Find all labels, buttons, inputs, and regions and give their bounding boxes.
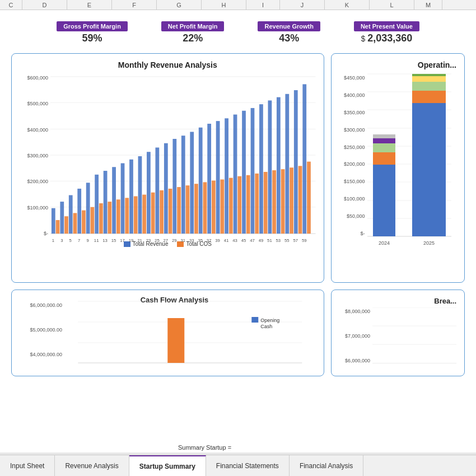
svg-text:11: 11 xyxy=(94,238,99,243)
svg-rect-16 xyxy=(129,160,133,234)
monthly-revenue-chart-wrapper: $600,000 $500,000 $400,000 $300,000 $200… xyxy=(20,74,316,239)
breakeven-wrapper: $8,000,000 $7,000,000 $6,000,000 xyxy=(339,307,456,366)
svg-rect-48 xyxy=(151,193,155,234)
cashflow-wrapper: $6,000,000.00 $5,000,000.00 $4,000,000.0… xyxy=(20,301,316,357)
svg-rect-56 xyxy=(220,179,224,234)
col-m: M xyxy=(414,0,442,10)
svg-rect-13 xyxy=(104,171,108,234)
svg-rect-108 xyxy=(373,152,395,165)
svg-rect-40 xyxy=(82,211,86,234)
kpi-net-profit-value: 22% xyxy=(183,32,203,44)
monthly-revenue-title: Monthly Revenue Analysis xyxy=(20,60,316,69)
svg-text:31: 31 xyxy=(180,238,185,243)
svg-rect-61 xyxy=(264,172,268,234)
kpi-npv-value: 2,033,360 xyxy=(367,32,412,44)
svg-text:2024: 2024 xyxy=(379,240,390,246)
kpi-revenue-growth: Revenue Growth 43% xyxy=(258,21,320,44)
svg-text:15: 15 xyxy=(111,238,116,243)
svg-rect-112 xyxy=(412,103,446,236)
svg-text:5: 5 xyxy=(69,238,72,243)
svg-text:27: 27 xyxy=(164,238,169,243)
col-k: K xyxy=(325,0,370,10)
svg-rect-39 xyxy=(73,213,77,234)
svg-text:13: 13 xyxy=(102,238,108,243)
svg-rect-110 xyxy=(373,138,395,143)
operating-chart-title: Operatin... xyxy=(339,60,456,69)
monthly-revenue-chart-card: Monthly Revenue Analysis $600,000 $500,0… xyxy=(11,53,324,283)
svg-rect-59 xyxy=(246,175,250,234)
svg-rect-49 xyxy=(160,190,164,234)
svg-rect-64 xyxy=(290,167,293,234)
kpi-npv-dollar: $ xyxy=(361,34,365,43)
column-headers: C D E F G H I J K L M xyxy=(0,0,476,10)
kpi-net-profit-label: Net Profit Margin xyxy=(161,21,225,31)
svg-text:23: 23 xyxy=(146,238,151,243)
col-e: E xyxy=(67,0,112,10)
col-i: I xyxy=(246,0,280,10)
tab-startup-summary[interactable]: Startup Summary xyxy=(129,455,206,476)
operating-chart-card: Operatin... $450,000 $400,000 $350,000 $… xyxy=(331,53,465,283)
svg-text:2025: 2025 xyxy=(423,240,435,246)
operating-chart-wrapper: $450,000 $400,000 $350,000 $300,000 $250… xyxy=(339,74,456,239)
svg-rect-66 xyxy=(307,162,311,234)
svg-rect-111 xyxy=(373,134,395,138)
col-g: G xyxy=(157,0,202,10)
svg-text:37: 37 xyxy=(207,238,212,243)
svg-rect-19 xyxy=(155,147,159,234)
kpi-npv-label: Net Present Value xyxy=(354,21,419,31)
svg-rect-28 xyxy=(234,115,237,234)
svg-rect-30 xyxy=(251,108,255,234)
svg-rect-37 xyxy=(56,220,60,234)
svg-rect-41 xyxy=(91,207,95,234)
svg-rect-31 xyxy=(259,104,263,234)
svg-rect-63 xyxy=(281,169,285,234)
svg-rect-109 xyxy=(373,143,395,152)
svg-rect-33 xyxy=(277,97,281,234)
tab-financial-statements[interactable]: Financial Statements xyxy=(206,455,290,476)
svg-rect-26 xyxy=(216,121,220,234)
tab-financial-analysis[interactable]: Financial Analysis xyxy=(290,455,363,476)
col-l: L xyxy=(370,0,414,10)
svg-text:43: 43 xyxy=(232,238,237,243)
svg-text:17: 17 xyxy=(120,238,125,243)
top-charts-row: Monthly Revenue Analysis $600,000 $500,0… xyxy=(11,53,465,283)
svg-rect-23 xyxy=(190,132,194,234)
svg-text:Opening: Opening xyxy=(260,318,279,323)
breakeven-chart-area xyxy=(372,307,456,366)
breakeven-svg xyxy=(372,307,456,363)
cashflow-chart-area: Opening Cash xyxy=(64,301,316,357)
svg-rect-124 xyxy=(251,317,258,323)
svg-text:3: 3 xyxy=(60,238,63,243)
svg-rect-36 xyxy=(302,84,306,234)
svg-text:49: 49 xyxy=(259,238,264,243)
tab-revenue-analysis[interactable]: Revenue Analysis xyxy=(55,455,129,476)
svg-rect-27 xyxy=(225,118,228,234)
main-content: Gross Profit Margin 59% Net Profit Margi… xyxy=(0,10,476,452)
svg-rect-47 xyxy=(142,195,146,234)
svg-rect-107 xyxy=(373,165,395,236)
svg-text:47: 47 xyxy=(250,238,255,243)
svg-rect-52 xyxy=(186,185,190,234)
kpi-gross-profit-label: Gross Profit Margin xyxy=(57,21,128,31)
svg-rect-46 xyxy=(134,196,138,234)
breakeven-chart-card: Brea... $8,000,000 $7,000,000 $6,000,000 xyxy=(331,290,465,376)
svg-text:7: 7 xyxy=(78,238,80,243)
svg-rect-29 xyxy=(242,111,246,234)
kpi-npv: Net Present Value $ 2,033,360 xyxy=(354,21,419,44)
svg-text:53: 53 xyxy=(276,238,281,243)
operating-y-axis: $450,000 $400,000 $350,000 $300,000 $250… xyxy=(339,74,367,236)
kpi-row: Gross Profit Margin 59% Net Profit Margi… xyxy=(11,21,465,44)
operating-svg: 2024 2025 xyxy=(367,74,451,236)
tab-input-sheet[interactable]: Input Sheet xyxy=(0,455,55,476)
svg-rect-12 xyxy=(95,175,99,234)
kpi-gross-profit-value: 59% xyxy=(82,32,102,44)
svg-text:45: 45 xyxy=(241,238,246,243)
svg-rect-14 xyxy=(112,167,116,234)
svg-text:35: 35 xyxy=(198,238,203,243)
kpi-npv-value-row: $ 2,033,360 xyxy=(361,31,412,44)
svg-text:29: 29 xyxy=(172,238,177,243)
svg-rect-38 xyxy=(64,216,68,234)
svg-rect-62 xyxy=(272,170,276,234)
cashflow-chart-card: Cash Flow Analysis $6,000,000.00 $5,000,… xyxy=(11,290,324,376)
col-f: F xyxy=(112,0,157,10)
